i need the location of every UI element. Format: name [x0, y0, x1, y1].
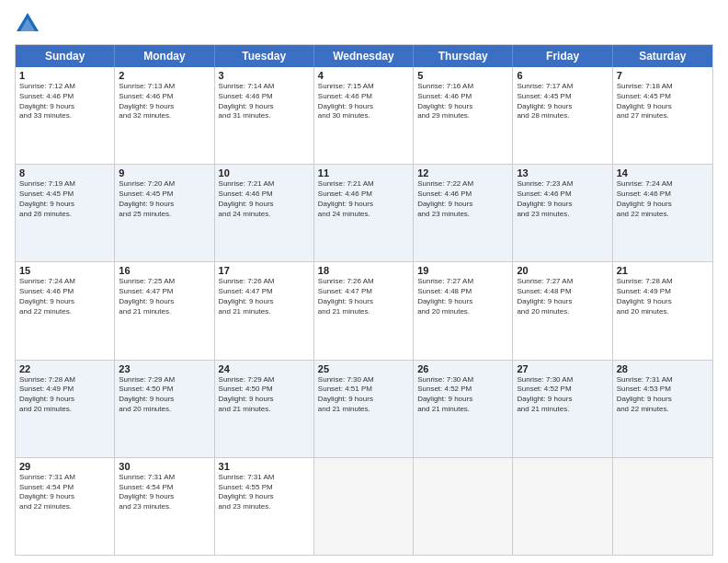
- day-number: 20: [517, 265, 608, 276]
- cell-text: Sunrise: 7:29 AMSunset: 4:50 PMDaylight:…: [119, 375, 210, 415]
- logo: [15, 11, 44, 37]
- calendar-cell: 29 Sunrise: 7:31 AMSunset: 4:54 PMDaylig…: [16, 458, 115, 555]
- cell-text: Sunrise: 7:23 AMSunset: 4:46 PMDaylight:…: [517, 179, 608, 219]
- cell-text: Sunrise: 7:24 AMSunset: 4:46 PMDaylight:…: [617, 179, 709, 219]
- header: [15, 11, 713, 37]
- logo-icon: [15, 11, 40, 37]
- day-number: 17: [219, 265, 310, 276]
- cell-text: Sunrise: 7:31 AMSunset: 4:54 PMDaylight:…: [19, 473, 110, 512]
- cell-text: Sunrise: 7:20 AMSunset: 4:45 PMDaylight:…: [119, 179, 210, 219]
- calendar-cell: 24 Sunrise: 7:29 AMSunset: 4:50 PMDaylig…: [215, 361, 314, 457]
- day-number: 11: [318, 167, 409, 178]
- calendar-header-cell: Sunday: [16, 45, 115, 67]
- calendar-cell: 13 Sunrise: 7:23 AMSunset: 4:46 PMDaylig…: [513, 165, 612, 261]
- day-number: 14: [617, 167, 709, 178]
- day-number: 21: [617, 265, 709, 276]
- calendar-cell: 6 Sunrise: 7:17 AMSunset: 4:45 PMDayligh…: [513, 67, 612, 164]
- calendar-cell: 28 Sunrise: 7:31 AMSunset: 4:53 PMDaylig…: [613, 361, 712, 457]
- cell-text: Sunrise: 7:28 AMSunset: 4:49 PMDaylight:…: [617, 277, 709, 316]
- calendar-cell: 26 Sunrise: 7:30 AMSunset: 4:52 PMDaylig…: [414, 361, 513, 457]
- cell-text: Sunrise: 7:30 AMSunset: 4:52 PMDaylight:…: [417, 375, 508, 415]
- calendar-cell: 9 Sunrise: 7:20 AMSunset: 4:45 PMDayligh…: [115, 165, 214, 261]
- calendar-body: 1 Sunrise: 7:12 AMSunset: 4:46 PMDayligh…: [16, 67, 712, 555]
- day-number: 1: [19, 70, 110, 81]
- calendar-cell-empty: [513, 458, 612, 555]
- day-number: 28: [617, 363, 709, 374]
- day-number: 22: [19, 363, 110, 374]
- cell-text: Sunrise: 7:26 AMSunset: 4:47 PMDaylight:…: [318, 277, 409, 316]
- calendar-header-cell: Tuesday: [215, 45, 314, 67]
- cell-text: Sunrise: 7:31 AMSunset: 4:55 PMDaylight:…: [219, 473, 310, 512]
- calendar-cell: 17 Sunrise: 7:26 AMSunset: 4:47 PMDaylig…: [215, 262, 314, 359]
- calendar-cell: 4 Sunrise: 7:15 AMSunset: 4:46 PMDayligh…: [314, 67, 414, 164]
- cell-text: Sunrise: 7:17 AMSunset: 4:45 PMDaylight:…: [517, 82, 608, 121]
- calendar-cell: 20 Sunrise: 7:27 AMSunset: 4:48 PMDaylig…: [513, 262, 612, 359]
- day-number: 6: [517, 70, 608, 81]
- day-number: 8: [19, 167, 110, 178]
- page: SundayMondayTuesdayWednesdayThursdayFrid…: [0, 0, 728, 563]
- calendar-cell: 8 Sunrise: 7:19 AMSunset: 4:45 PMDayligh…: [16, 165, 115, 261]
- calendar-cell: 5 Sunrise: 7:16 AMSunset: 4:46 PMDayligh…: [414, 67, 513, 164]
- calendar-cell: 30 Sunrise: 7:31 AMSunset: 4:54 PMDaylig…: [115, 458, 214, 555]
- cell-text: Sunrise: 7:27 AMSunset: 4:48 PMDaylight:…: [417, 277, 508, 316]
- day-number: 27: [517, 363, 608, 374]
- cell-text: Sunrise: 7:25 AMSunset: 4:47 PMDaylight:…: [119, 277, 210, 316]
- cell-text: Sunrise: 7:21 AMSunset: 4:46 PMDaylight:…: [219, 179, 310, 219]
- cell-text: Sunrise: 7:18 AMSunset: 4:45 PMDaylight:…: [617, 82, 709, 121]
- day-number: 12: [417, 167, 508, 178]
- cell-text: Sunrise: 7:31 AMSunset: 4:54 PMDaylight:…: [119, 473, 210, 512]
- day-number: 16: [119, 265, 210, 276]
- calendar-cell-empty: [613, 458, 712, 555]
- day-number: 10: [219, 167, 310, 178]
- calendar-header-cell: Thursday: [414, 45, 513, 67]
- calendar-cell: 11 Sunrise: 7:21 AMSunset: 4:46 PMDaylig…: [314, 165, 414, 261]
- day-number: 24: [219, 363, 310, 374]
- calendar-cell: 18 Sunrise: 7:26 AMSunset: 4:47 PMDaylig…: [314, 262, 414, 359]
- calendar-row: 1 Sunrise: 7:12 AMSunset: 4:46 PMDayligh…: [16, 67, 712, 165]
- calendar-cell: 23 Sunrise: 7:29 AMSunset: 4:50 PMDaylig…: [115, 361, 214, 457]
- cell-text: Sunrise: 7:29 AMSunset: 4:50 PMDaylight:…: [219, 375, 310, 415]
- day-number: 15: [19, 265, 110, 276]
- calendar-row: 29 Sunrise: 7:31 AMSunset: 4:54 PMDaylig…: [16, 458, 712, 555]
- calendar: SundayMondayTuesdayWednesdayThursdayFrid…: [15, 44, 713, 556]
- cell-text: Sunrise: 7:30 AMSunset: 4:52 PMDaylight:…: [517, 375, 608, 415]
- calendar-cell-empty: [414, 458, 513, 555]
- calendar-cell: 3 Sunrise: 7:14 AMSunset: 4:46 PMDayligh…: [215, 67, 314, 164]
- calendar-row: 15 Sunrise: 7:24 AMSunset: 4:46 PMDaylig…: [16, 262, 712, 360]
- calendar-row: 8 Sunrise: 7:19 AMSunset: 4:45 PMDayligh…: [16, 165, 712, 262]
- cell-text: Sunrise: 7:21 AMSunset: 4:46 PMDaylight:…: [318, 179, 409, 219]
- day-number: 18: [318, 265, 409, 276]
- day-number: 26: [417, 363, 508, 374]
- calendar-header-cell: Friday: [513, 45, 612, 67]
- cell-text: Sunrise: 7:30 AMSunset: 4:51 PMDaylight:…: [318, 375, 409, 415]
- cell-text: Sunrise: 7:26 AMSunset: 4:47 PMDaylight:…: [219, 277, 310, 316]
- calendar-cell: 22 Sunrise: 7:28 AMSunset: 4:49 PMDaylig…: [16, 361, 115, 457]
- calendar-cell: 1 Sunrise: 7:12 AMSunset: 4:46 PMDayligh…: [16, 67, 115, 164]
- day-number: 19: [417, 265, 508, 276]
- day-number: 4: [318, 70, 409, 81]
- calendar-header-cell: Saturday: [613, 45, 712, 67]
- calendar-cell: 15 Sunrise: 7:24 AMSunset: 4:46 PMDaylig…: [16, 262, 115, 359]
- calendar-header-cell: Wednesday: [314, 45, 414, 67]
- calendar-header-cell: Monday: [115, 45, 214, 67]
- day-number: 13: [517, 167, 608, 178]
- day-number: 31: [219, 461, 310, 472]
- cell-text: Sunrise: 7:24 AMSunset: 4:46 PMDaylight:…: [19, 277, 110, 316]
- cell-text: Sunrise: 7:28 AMSunset: 4:49 PMDaylight:…: [19, 375, 110, 415]
- day-number: 29: [19, 461, 110, 472]
- cell-text: Sunrise: 7:27 AMSunset: 4:48 PMDaylight:…: [517, 277, 608, 316]
- day-number: 5: [417, 70, 508, 81]
- day-number: 7: [617, 70, 709, 81]
- cell-text: Sunrise: 7:22 AMSunset: 4:46 PMDaylight:…: [417, 179, 508, 219]
- calendar-header: SundayMondayTuesdayWednesdayThursdayFrid…: [16, 45, 712, 67]
- calendar-cell: 10 Sunrise: 7:21 AMSunset: 4:46 PMDaylig…: [215, 165, 314, 261]
- day-number: 23: [119, 363, 210, 374]
- day-number: 2: [119, 70, 210, 81]
- calendar-cell: 16 Sunrise: 7:25 AMSunset: 4:47 PMDaylig…: [115, 262, 214, 359]
- calendar-cell: 25 Sunrise: 7:30 AMSunset: 4:51 PMDaylig…: [314, 361, 414, 457]
- day-number: 9: [119, 167, 210, 178]
- calendar-cell-empty: [314, 458, 414, 555]
- day-number: 25: [318, 363, 409, 374]
- calendar-cell: 2 Sunrise: 7:13 AMSunset: 4:46 PMDayligh…: [115, 67, 214, 164]
- cell-text: Sunrise: 7:16 AMSunset: 4:46 PMDaylight:…: [417, 82, 508, 121]
